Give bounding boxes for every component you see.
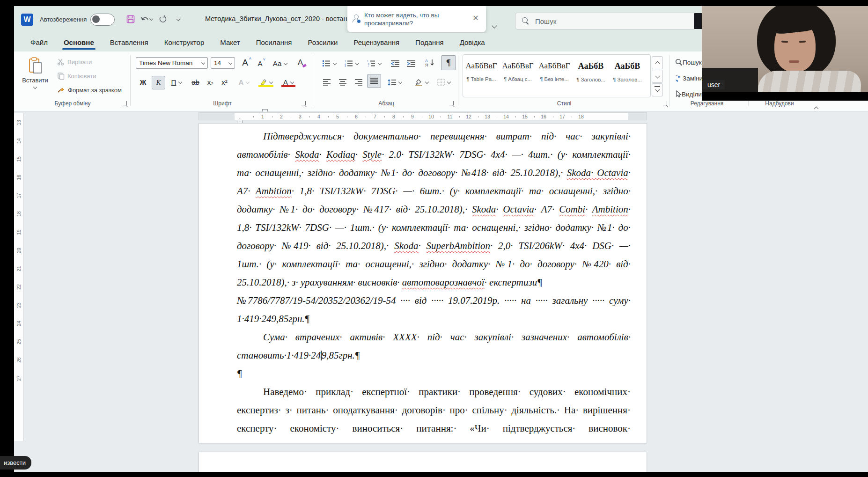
paste-label: Вставити [22,77,48,84]
style-card[interactable]: АаБбВвГ¶ Table Pa... [463,55,500,97]
superscript-button[interactable]: x² [218,76,231,88]
cut-button[interactable]: Вирізати [57,58,92,66]
styles-dialog-launcher[interactable] [663,101,668,106]
styles-more-button[interactable] [652,83,663,96]
popup-close-button[interactable]: ✕ [472,15,479,22]
sort-icon: АЯ [425,59,435,67]
sort-button[interactable]: АЯ [423,56,437,69]
decrease-indent-button[interactable] [389,57,401,70]
document-line[interactable]: А7· Ambition· 1,8· TSI/132kW· 7DSG· —· 6… [237,182,631,200]
search-input[interactable]: Пошук [515,13,696,29]
spellcheck-flagged-word: Style [362,149,382,160]
strikethrough-button[interactable]: ab [189,76,202,88]
shrink-font-button[interactable]: А˅ [254,57,266,70]
borders-button[interactable] [434,76,453,88]
scissors-icon [57,58,65,66]
multilevel-list-button[interactable]: 1ai [364,57,384,70]
tab-view[interactable]: Подання [407,34,452,51]
text-run: · [319,149,326,160]
redo-icon [158,15,167,23]
paragraph-dialog-launcher[interactable] [449,101,455,106]
font-dialog-launcher[interactable] [302,101,307,106]
bullets-button[interactable] [319,57,339,70]
document-page-1[interactable]: Підтверджується· документально· перевище… [199,123,647,443]
find-button[interactable]: Пошук [675,56,702,68]
paste-button[interactable]: Вставити [21,56,50,97]
bold-button[interactable]: Ж [137,76,149,88]
tab-home[interactable]: Основне [56,34,102,51]
tab-help[interactable]: Довідка [452,34,493,51]
align-left-button[interactable] [320,76,333,88]
tab-references[interactable]: Посилання [248,34,300,51]
undo-icon [140,15,150,23]
style-preview: АаБбВ [573,61,609,71]
font-size-combo[interactable]: 14 [211,57,235,69]
align-center-button[interactable] [336,76,349,88]
tab-review[interactable]: Рецензування [346,34,407,51]
bullets-chevron-icon [333,61,337,65]
increase-indent-button[interactable] [405,57,417,70]
document-line[interactable]: 1шт.· (у· комплектації· та· оснащенні,· … [237,255,631,273]
document-line[interactable]: 1,8· TSI/132kW· 7DSG· —· 1шт.· (у· компл… [237,219,631,237]
numbering-button[interactable]: 123 [342,57,361,70]
italic-button-active[interactable]: К [152,76,165,89]
tab-insert[interactable]: Вставлення [102,34,156,51]
document-line[interactable]: Сума· втрачених· активів· ХХХХ· під· час… [237,328,631,346]
underline-button[interactable]: П [168,76,185,88]
shading-button[interactable] [412,76,431,88]
style-card[interactable]: АаБбВ¶ Заголов... [573,55,609,97]
qat-overflow-button[interactable] [170,13,186,26]
clipboard-group-label: Буфер обміну [33,100,112,107]
document-line[interactable]: №7786/7787/19-54/20352/20362/19-54 ···· … [237,292,631,310]
document-line[interactable]: експерту· економісту· виноситься· питанн… [237,419,631,438]
line-spacing-button[interactable] [386,76,404,88]
style-card[interactable]: АаБбВ¶ Заголов... [609,55,646,97]
grow-font-button[interactable]: А˄ [239,56,251,69]
document-line[interactable]: договору· №419· від· 25.10.2018),· Skoda… [237,237,631,255]
align-right-icon [355,79,362,86]
font-color-label: А [283,78,288,86]
undo-button[interactable] [139,13,154,26]
copy-button[interactable]: Копіювати [57,72,96,80]
show-marks-button-active[interactable]: ¶ [441,55,456,70]
font-name-combo[interactable]: Times New Roman [136,57,208,69]
webcam-overlay[interactable]: user [702,5,868,101]
tab-design[interactable]: Конструктор [156,34,213,51]
align-right-button[interactable] [352,76,365,88]
redo-button[interactable] [154,13,170,26]
tab-layout[interactable]: Макет [212,34,248,51]
highlight-button[interactable] [257,76,275,88]
save-button[interactable] [123,13,139,26]
document-line[interactable]: ¶ [237,365,631,383]
document-line[interactable]: 25.10.2018),· з· урахуванням· висновків·… [237,273,631,292]
style-card[interactable]: АаБбВвГ¶ Без інте... [536,55,573,97]
webcam-user-label: user [703,80,725,89]
numbered-list-icon: 123 [345,60,353,67]
subscript-button[interactable]: x₂ [204,76,217,88]
styles-scroll-up-button[interactable] [652,56,663,69]
document-line[interactable]: 1·419·249,85грн.¶ [237,310,631,328]
font-color-button[interactable]: А [279,76,298,88]
style-card[interactable]: АаБбВвГ¶ Абзац с... [500,55,536,97]
paste-clipboard-icon [28,57,42,75]
justify-button-active[interactable] [367,74,381,88]
styles-scroll-down-button[interactable] [652,70,663,83]
title-chevron-icon[interactable] [493,21,496,29]
document-line[interactable]: Наведемо· приклад· експертної· практики·… [237,383,631,401]
format-painter-button[interactable]: Формат за зразком [57,86,122,94]
clear-formatting-button[interactable]: А [294,56,307,69]
document-line[interactable]: та· оснащенні,· згідно· додатку· №1· до·… [237,164,631,182]
document-line[interactable]: становить·1·419·249,85грн.¶ [237,346,631,365]
tab-file[interactable]: Файл [22,34,56,51]
tab-mailings[interactable]: Розсилки [300,34,346,51]
document-line[interactable]: експертиз· з· питань· оподаткування· дог… [237,401,631,419]
change-case-button[interactable]: Аа [271,57,289,70]
document-line[interactable]: Підтверджується· документально· перевище… [237,127,631,146]
highlighter-icon [260,79,267,86]
clipboard-dialog-launcher[interactable] [123,101,128,106]
document-line[interactable]: автомобілів· Skoda· Kodiaq· Style· 2.0· … [237,146,631,164]
document-page-2[interactable] [199,452,647,472]
document-line[interactable]: додатку· №1· до· договору· №417· від· 25… [237,200,631,219]
autosave-toggle[interactable] [90,14,115,26]
text-effects-button[interactable]: А [235,76,253,88]
